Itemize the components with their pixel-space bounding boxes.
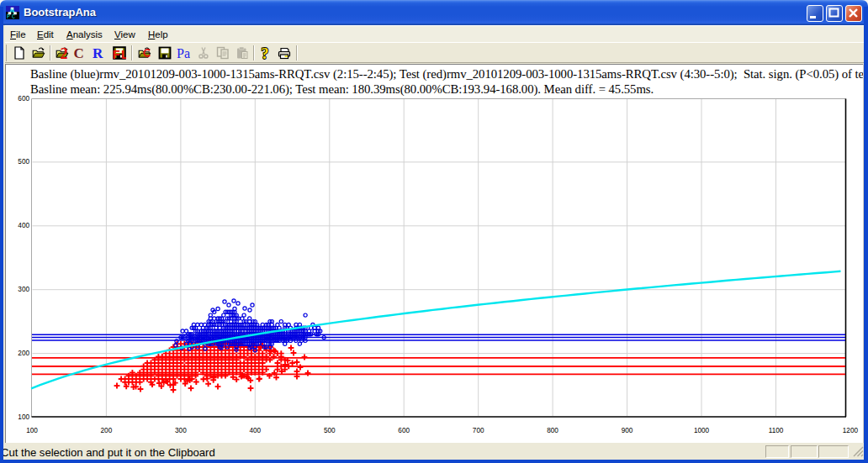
svg-text:300: 300 (175, 427, 187, 434)
svg-text:600: 600 (398, 427, 410, 434)
svg-text:100: 100 (26, 427, 38, 434)
svg-text:800: 800 (547, 427, 558, 434)
svg-text:900: 900 (622, 427, 633, 434)
svg-text:1200: 1200 (843, 427, 859, 434)
svg-text:200: 200 (101, 427, 113, 434)
svg-text:200: 200 (18, 350, 29, 357)
svg-text:500: 500 (324, 427, 336, 434)
svg-text:500: 500 (18, 158, 29, 166)
svg-text:400: 400 (18, 222, 29, 229)
svg-text:300: 300 (18, 286, 29, 293)
svg-text:1100: 1100 (769, 427, 784, 434)
svg-text:100: 100 (18, 413, 29, 421)
svg-text:400: 400 (249, 427, 261, 434)
svg-text:1000: 1000 (694, 427, 710, 434)
svg-text:600: 600 (18, 95, 29, 103)
svg-text:700: 700 (473, 427, 484, 434)
